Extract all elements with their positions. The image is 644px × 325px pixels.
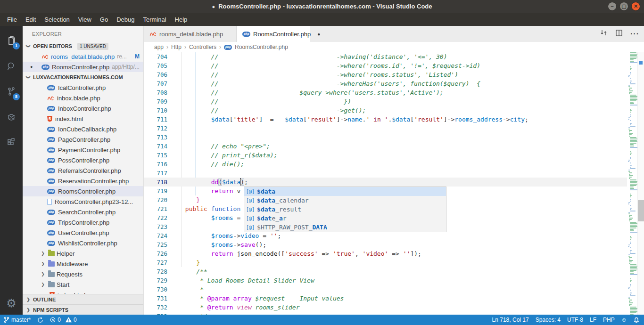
tab-RoomsController.php[interactable]: phpRoomsController.php● — [237, 26, 310, 42]
scrollbar[interactable] — [637, 52, 644, 315]
tree-file[interactable]: phpPageController.php — [23, 134, 143, 145]
line-number[interactable]: 711 — [144, 116, 167, 123]
tree-folder[interactable]: ❯Helper — [23, 248, 143, 259]
status-eol[interactable]: LF — [590, 317, 596, 323]
breadcrumb-item[interactable]: Controllers — [189, 44, 216, 50]
tab-rooms_detail.blade.php[interactable]: rooms_detail.blade.php — [144, 26, 237, 42]
menu-terminal[interactable]: Terminal — [139, 14, 170, 25]
line-number[interactable]: 726 — [144, 250, 167, 257]
section-npm-scripts[interactable]: ❯NPM SCRIPTS — [23, 304, 143, 315]
line-number[interactable]: 732 — [144, 304, 167, 311]
line-number[interactable]: 725 — [144, 241, 167, 248]
tree-file[interactable]: phpTripsController.php — [23, 217, 143, 228]
tree-file[interactable]: phpPcssController.php — [23, 155, 143, 165]
line-number[interactable]: 727 — [144, 259, 167, 266]
more-actions-icon[interactable]: ··· — [630, 30, 639, 38]
line-number[interactable]: 730 — [144, 286, 167, 293]
tree-file[interactable]: phpSearchController.php — [23, 207, 143, 217]
tree-file[interactable]: RoomsController.php23-12... — [23, 196, 143, 207]
code-line[interactable]: 713 — [144, 133, 627, 142]
code-line[interactable]: 726 return json_encode(['success' => 'tr… — [144, 249, 627, 258]
open-editor-item[interactable]: rooms_detail.blade.phpre...M — [23, 51, 143, 62]
tree-file[interactable]: 5index.html — [23, 114, 143, 124]
line-number[interactable]: 705 — [144, 62, 167, 69]
maximize-button[interactable]: ▢ — [619, 2, 628, 11]
line-number[interactable]: 714 — [144, 143, 167, 150]
tree-file[interactable]: phpIonCubeCallback.php — [23, 124, 143, 134]
line-number[interactable]: 706 — [144, 71, 167, 78]
code-line[interactable]: 732 * @return view rooms_slider — [144, 303, 627, 312]
line-number[interactable]: 710 — [144, 107, 167, 114]
settings-gear-icon[interactable]: ⚙ — [0, 297, 23, 310]
minimap[interactable] — [627, 52, 637, 315]
code-line[interactable]: 727 } — [144, 258, 627, 267]
menu-view[interactable]: View — [74, 14, 96, 25]
extensions-icon[interactable] — [0, 131, 23, 154]
tree-file[interactable]: phpPaymentController.php — [23, 145, 143, 155]
line-number[interactable]: 722 — [144, 214, 167, 221]
scrollbar-thumb[interactable] — [638, 200, 644, 221]
workspace-header[interactable]: ❯ LUXVACATIONRENTALHOMES.COM — [23, 72, 143, 82]
breadcrumb-item[interactable]: Http — [171, 44, 182, 50]
line-number[interactable]: 718 — [144, 179, 167, 186]
line-number[interactable]: 721 — [144, 205, 167, 212]
code-line[interactable]: 731 * @param array $request Input values — [144, 294, 627, 303]
tree-file[interactable]: phpReferralsController.php — [23, 165, 143, 176]
code-line[interactable]: 712 — [144, 124, 627, 133]
tree-file[interactable]: phpInboxController.php — [23, 103, 143, 114]
code-line[interactable]: 718 dd($data); — [144, 178, 627, 187]
breadcrumb-item[interactable]: app — [154, 44, 164, 50]
status-cursor-position[interactable]: Ln 718, Col 17 — [492, 317, 529, 323]
line-number[interactable]: 719 — [144, 187, 167, 195]
section-outline[interactable]: ❯OUTLINE — [23, 294, 143, 304]
tree-file[interactable]: phpReservationController.php — [23, 176, 143, 186]
tree-folder[interactable]: ❯Requests — [23, 269, 143, 279]
code-line[interactable]: 733 */ — [144, 312, 627, 315]
code-line[interactable]: 705 // ->where('rooms.id', '!=', $reques… — [144, 61, 627, 70]
git-branch-status[interactable]: master* — [4, 317, 31, 323]
open-editors-header[interactable]: ❯ OPEN EDITORS 1 UNSAVED — [23, 41, 143, 51]
autocomplete-item[interactable]: [@]$data_calendar — [244, 196, 446, 205]
code-line[interactable]: 711 $data['title'] = $data['result']->na… — [144, 115, 627, 124]
code-line[interactable]: 715 // print_r($data); — [144, 151, 627, 160]
line-number[interactable]: 716 — [144, 161, 167, 168]
menu-go[interactable]: Go — [96, 14, 112, 25]
source-control-icon[interactable]: 8 — [0, 81, 23, 103]
menu-edit[interactable]: Edit — [21, 14, 40, 25]
code-line[interactable]: 708 // $query->where('users.status','Act… — [144, 88, 627, 97]
feedback-smiley-icon[interactable]: ☺ — [621, 317, 627, 323]
status-encoding[interactable]: UTF-8 — [567, 317, 583, 323]
menu-file[interactable]: File — [3, 14, 21, 25]
code-line[interactable]: 716 // die(); — [144, 160, 627, 169]
status-language-mode[interactable]: PHP — [603, 317, 615, 323]
line-number[interactable]: 713 — [144, 134, 167, 141]
code-line[interactable]: 706 // ->where('rooms.status', 'Listed') — [144, 70, 627, 79]
line-number[interactable]: 704 — [144, 53, 167, 60]
menu-help[interactable]: Help — [171, 14, 192, 25]
line-number[interactable]: 708 — [144, 89, 167, 96]
code-line[interactable]: 709 // }) — [144, 97, 627, 106]
code-line[interactable]: 704 // ->having('distance', '<=', 30) — [144, 52, 627, 61]
tree-file[interactable]: phpIcalController.php — [23, 82, 143, 93]
code-line[interactable]: 730 * — [144, 285, 627, 294]
minimize-button[interactable]: – — [608, 2, 617, 11]
line-number[interactable]: 709 — [144, 98, 167, 105]
code-line[interactable]: 728 /** — [144, 267, 627, 276]
tree-file[interactable]: phpWishlistController.php — [23, 238, 143, 248]
line-number[interactable]: 720 — [144, 196, 167, 203]
autocomplete-item[interactable]: [@]$HTTP_RAW_POST_DATA — [244, 223, 446, 232]
autocomplete-item[interactable]: [@]$date_ar — [244, 214, 446, 223]
code-line[interactable]: 707 // ->whereHas('users', function($que… — [144, 79, 627, 88]
autocomplete-item[interactable]: [@]$data_result — [244, 205, 446, 214]
line-number[interactable]: 724 — [144, 232, 167, 239]
breadcrumb-item[interactable]: RoomsController.php — [235, 44, 288, 50]
line-number[interactable]: 723 — [144, 223, 167, 230]
debug-icon[interactable] — [0, 106, 23, 129]
tree-folder[interactable]: ❯Start — [23, 279, 143, 290]
tree-folder[interactable]: ❯Middleware — [23, 259, 143, 269]
tree-file[interactable]: phpRoomsController.php — [23, 186, 143, 196]
code-line[interactable]: 714 // echo "<pre>"; — [144, 142, 627, 151]
autocomplete-item[interactable]: [@]$data — [244, 187, 446, 196]
close-button[interactable]: ✕ — [631, 2, 640, 11]
sync-button[interactable] — [37, 317, 43, 323]
